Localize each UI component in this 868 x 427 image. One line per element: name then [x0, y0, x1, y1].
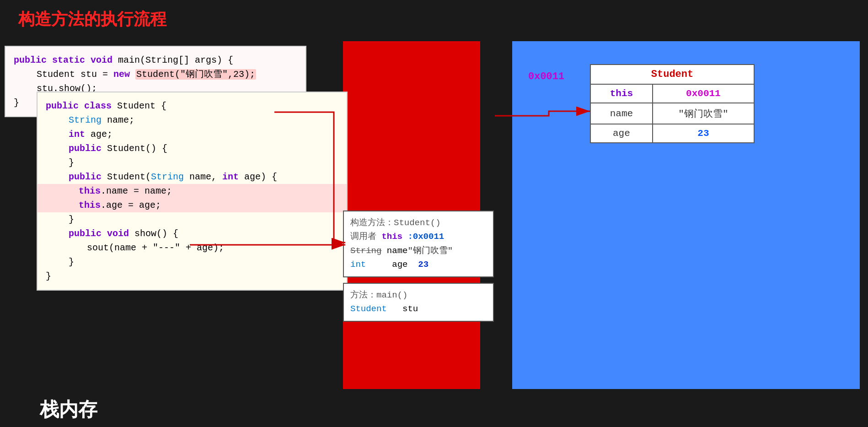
- constructor-frame-this: 调用者 this :0x0011: [350, 230, 487, 243]
- main-frame-var: Student stu: [350, 302, 487, 316]
- heap-table-title: Student: [590, 65, 754, 84]
- class-line-4: public Student() {: [46, 141, 338, 156]
- heap-field-this: this: [590, 84, 653, 103]
- main-frame-title: 方法：main(): [350, 288, 487, 302]
- class-code-panel: public class Student { String name; int …: [37, 92, 348, 291]
- heap-value-age: 23: [653, 124, 754, 143]
- class-line-8: this.age = age;: [38, 198, 347, 212]
- class-line-6: public Student(String name, int age) {: [46, 170, 338, 184]
- constructor-frame-title: 构造方法：Student(): [350, 216, 487, 230]
- class-line-11: sout(name + "---" + age);: [46, 241, 338, 255]
- class-line-1: public class Student {: [46, 99, 338, 113]
- class-line-7: this.name = name;: [38, 184, 347, 198]
- class-line-5: }: [46, 156, 338, 170]
- class-line-13: }: [46, 269, 338, 283]
- class-line-3: int age;: [46, 127, 338, 141]
- class-line-10: public void show() {: [46, 227, 338, 241]
- stack-label: 栈内存: [0, 397, 137, 422]
- constructor-frame-param1: String name"钢门吹雪": [350, 244, 487, 258]
- heap-row-age: age 23: [590, 124, 754, 143]
- heap-object-table: Student this 0x0011 name "钢门吹雪" age 23: [590, 64, 755, 143]
- heap-row-name: name "钢门吹雪": [590, 103, 754, 124]
- heap-field-age: age: [590, 124, 653, 143]
- code-line-2: Student stu = new Student("钢门吹雪",23);: [14, 67, 297, 81]
- class-line-12: }: [46, 255, 338, 269]
- page-title: 构造方法的执行流程: [18, 8, 166, 31]
- heap-value-this: 0x0011: [653, 84, 754, 103]
- heap-address-label: 0x0011: [528, 71, 564, 82]
- stack-frame-constructor: 构造方法：Student() 调用者 this :0x0011 String n…: [343, 211, 494, 277]
- heap-field-name: name: [590, 103, 653, 124]
- constructor-frame-param2: int age 23: [350, 258, 487, 271]
- stack-frame-main: 方法：main() Student stu: [343, 283, 494, 322]
- heap-value-name: "钢门吹雪": [653, 103, 754, 124]
- heap-row-this: this 0x0011: [590, 84, 754, 103]
- class-line-2: String name;: [46, 113, 338, 127]
- class-line-9: }: [46, 212, 338, 227]
- code-line-1: public static void main(String[] args) {: [14, 53, 297, 67]
